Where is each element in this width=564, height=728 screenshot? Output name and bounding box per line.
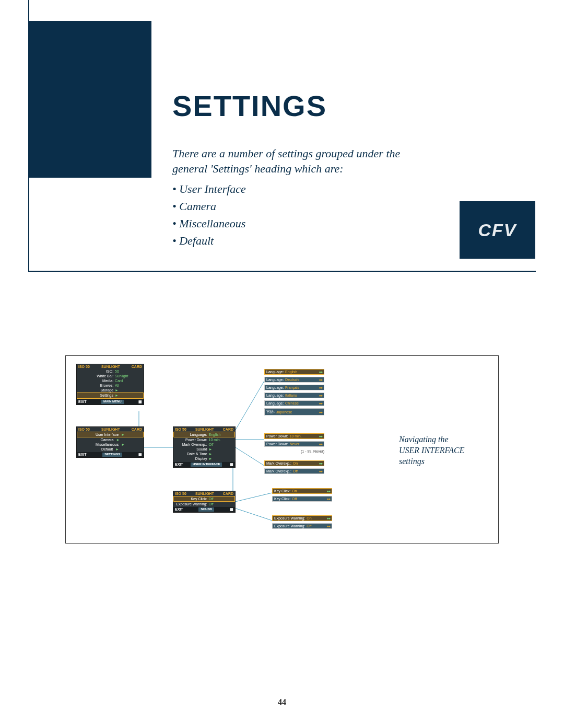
menu-row: Language:English (173, 432, 235, 437)
power-down-note: (1 - 99, Never) (301, 449, 324, 453)
menu-row: ISO:50 (77, 369, 144, 374)
exposure-warning-option: Exposure Warning: Off●● (272, 523, 332, 529)
menu-icon: ▦ (138, 453, 142, 457)
language-option: Language: Français●● (264, 385, 324, 390)
breadcrumb: MAIN MENU (101, 400, 124, 404)
language-option: Language: English●● (264, 369, 324, 375)
menu-row: Miscellaneous ► (77, 442, 144, 447)
menu-row: Date & Time► (173, 452, 235, 456)
hdr-media: CARD (132, 365, 142, 368)
menu-row: White Bal:Sunlight (77, 374, 144, 378)
diagram-caption: Navigating the USER INTERFACE settings (399, 434, 477, 467)
svg-line-7 (233, 507, 272, 521)
page-number: 44 (0, 698, 564, 707)
menu-row: Key Click:Off (173, 496, 235, 502)
svg-line-2 (233, 381, 264, 434)
menu-row: Browse:All (77, 383, 144, 388)
manual-page: Settings There are a number of settings … (0, 0, 564, 728)
navigation-diagram: ISO 50SUNLIGHTCARD ISO:50White Bal:Sunli… (65, 355, 499, 544)
power-down-option: Power Down: 10 min.●● (264, 433, 324, 439)
menu-icon: ▦ (138, 400, 142, 404)
menu-row: Media:Card (77, 378, 144, 383)
brand-badge: CFV (460, 201, 535, 259)
screen-settings: ISO 50SUNLIGHTCARD User Interface ►Camer… (76, 426, 144, 458)
menu-row: Display► (173, 456, 235, 461)
bullet-default: Default (172, 232, 246, 249)
menu-row: Default ► (77, 447, 144, 452)
menu-row: Mark Overexp.:Off (173, 442, 235, 447)
page-title: Settings (172, 89, 327, 123)
menu-row: Camera ► (77, 437, 144, 442)
screen-user-interface: ISO 50SUNLIGHTCARD Language:EnglishPower… (173, 426, 236, 468)
menu-row: Sound► (173, 447, 235, 452)
menu-icon: ▦ (230, 507, 233, 512)
exposure-warning-option: Exposure Warning: On●● (272, 515, 332, 521)
menu-row: Exposure Warning:Off (173, 502, 235, 506)
bullet-misc: Miscellaneous (172, 215, 246, 232)
screen-sound: ISO 50SUNLIGHTCARD Key Click:OffExposure… (173, 491, 236, 513)
screen-main-menu: ISO 50SUNLIGHTCARD ISO:50White Bal:Sunli… (76, 364, 144, 405)
intro-text: There are a number of settings grouped u… (172, 146, 433, 176)
power-down-option: Power Down: Never●● (264, 441, 324, 447)
key-click-option: Key Click: On●● (272, 488, 332, 494)
hdr-wb: SUNLIGHT (101, 365, 120, 368)
bullet-camera: Camera (172, 198, 246, 215)
exit-label: EXIT (78, 400, 87, 404)
hdr-iso: ISO 50 (78, 365, 90, 368)
divider-horizontal (28, 271, 536, 272)
chapter-block (29, 21, 151, 178)
menu-row: Storage► (77, 388, 144, 392)
bullet-ui: User Interface (172, 180, 246, 198)
menu-row: Settings► (77, 392, 144, 398)
language-option: 言語: Japanese●● (264, 408, 324, 415)
menu-row: User Interface ► (77, 432, 144, 437)
language-option: Language: Deutsch●● (264, 377, 324, 383)
svg-line-4 (233, 446, 264, 466)
key-click-option: Key Click: Off●● (272, 496, 332, 502)
language-option: Language: Chinese●● (264, 400, 324, 406)
svg-line-6 (233, 493, 272, 502)
settings-list: User Interface Camera Miscellaneous Defa… (172, 180, 246, 249)
menu-row: Power Down:10 min. (173, 437, 235, 442)
mark-overexp-option: Mark Overexp.: On●● (264, 460, 324, 466)
menu-icon: ▦ (230, 463, 233, 467)
mark-overexp-option: Mark Overexp.: Off●● (264, 468, 324, 474)
language-option: Language: Italiano●● (264, 392, 324, 398)
